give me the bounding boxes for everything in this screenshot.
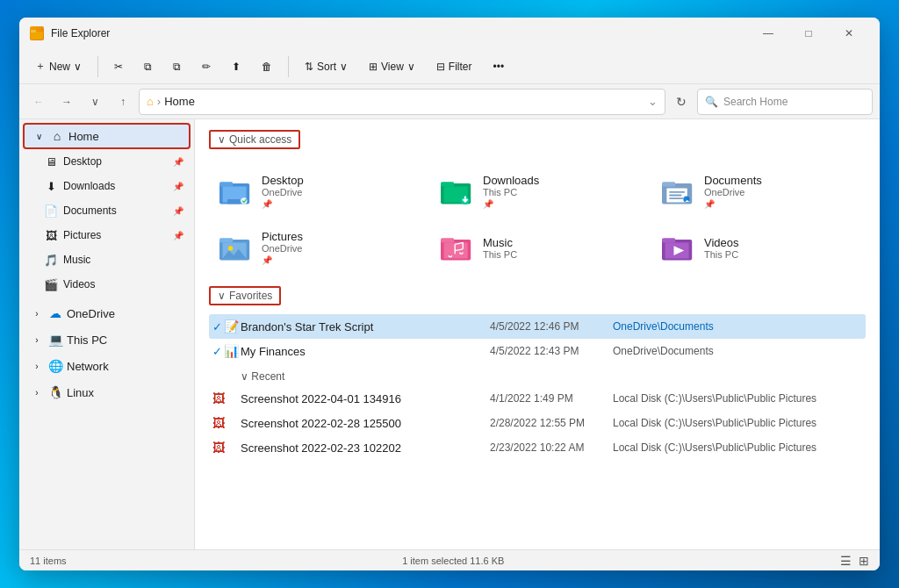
linux-icon: 🐧 bbox=[47, 385, 63, 399]
search-box[interactable]: 🔍 Search Home bbox=[697, 89, 873, 115]
cut-icon: ✂ bbox=[114, 61, 123, 73]
address-dropdown-icon: ⌄ bbox=[648, 95, 658, 108]
check-icon-1: ✓ bbox=[212, 320, 222, 333]
minimize-button[interactable]: — bbox=[748, 19, 788, 47]
qa-documents[interactable]: ☁ Documents OneDrive 📌 bbox=[651, 167, 866, 216]
rename-button[interactable]: ✏ bbox=[193, 53, 219, 81]
sidebar-item-videos[interactable]: 🎬 Videos bbox=[23, 272, 191, 297]
linux-chevron-icon: › bbox=[30, 388, 44, 398]
home-icon: ⌂ bbox=[49, 129, 65, 143]
recent-file-2[interactable]: 🖼 Screenshot 2022-02-28 125500 2/28/2022… bbox=[209, 411, 866, 435]
address-path[interactable]: ⌂ › Home ⌄ bbox=[139, 89, 665, 115]
recent-check-1: 🖼 bbox=[212, 391, 241, 405]
toolbar: ＋ New ∨ ✂ ⧉ ⧉ ✏ ⬆ 🗑 ⇅ Sort ∨ ⊞ bbox=[19, 49, 880, 84]
favorites-section: ∨ Favorites ✓ 📝 Brandon's Star Trek Scri… bbox=[209, 286, 866, 460]
up-button[interactable]: ↑ bbox=[111, 90, 135, 114]
view-button[interactable]: ⊞ View ∨ bbox=[360, 53, 424, 81]
share-button[interactable]: ⬆ bbox=[223, 53, 249, 81]
pin-icon: 📌 bbox=[173, 157, 183, 167]
documents-folder-icon: ☁ bbox=[658, 172, 697, 211]
delete-button[interactable]: 🗑 bbox=[253, 53, 281, 81]
pin-icon: 📌 bbox=[173, 231, 183, 240]
downloads-pin: 📌 bbox=[483, 199, 539, 209]
sidebar-item-desktop[interactable]: 🖥 Desktop 📌 bbox=[23, 149, 191, 174]
view-chevron-icon: ∨ bbox=[407, 61, 415, 73]
videos-folder-icon bbox=[658, 228, 697, 267]
screenshot-icon-1: 🖼 bbox=[212, 391, 225, 405]
sidebar-item-thispc[interactable]: › 💻 This PC bbox=[23, 326, 191, 353]
sidebar-home-label: Home bbox=[68, 130, 99, 143]
favorite-file-2[interactable]: ✓ 📊 My Finances 4/5/2022 12:43 PM OneDri… bbox=[209, 339, 866, 363]
sidebar-item-documents[interactable]: 📄 Documents 📌 bbox=[23, 198, 191, 223]
filter-button[interactable]: ⊟ Filter bbox=[428, 53, 481, 81]
home-path-icon: ⌂ bbox=[147, 95, 154, 108]
new-chevron-icon: ∨ bbox=[74, 61, 82, 73]
qa-music[interactable]: Music This PC bbox=[430, 223, 644, 272]
tiles-view-button[interactable]: ⊞ bbox=[859, 554, 869, 568]
sidebar-item-onedrive[interactable]: › ☁ OneDrive bbox=[23, 300, 191, 326]
favorites-header[interactable]: ∨ Favorites bbox=[209, 286, 281, 305]
desktop-pin: 📌 bbox=[262, 199, 304, 209]
paste-icon: ⧉ bbox=[173, 61, 181, 73]
more-button[interactable]: ••• bbox=[485, 53, 514, 81]
sidebar: ∨ ⌂ Home 🖥 Desktop 📌 ⬇ Downloads 📌 📄 Doc… bbox=[19, 119, 195, 549]
file-name-2: My Finances bbox=[241, 345, 490, 358]
share-icon: ⬆ bbox=[232, 61, 241, 73]
qa-desktop[interactable]: Desktop OneDrive 📌 bbox=[209, 167, 423, 216]
favorite-file-1[interactable]: ✓ 📝 Brandon's Star Trek Script 4/5/2022 … bbox=[209, 314, 866, 339]
music-name: Music bbox=[483, 236, 517, 249]
copy-button[interactable]: ⧉ bbox=[135, 53, 161, 81]
new-icon: ＋ bbox=[35, 59, 46, 74]
sidebar-item-network[interactable]: › 🌐 Network bbox=[23, 353, 191, 379]
paste-button[interactable]: ⧉ bbox=[164, 53, 190, 81]
recent-file-3[interactable]: 🖼 Screenshot 2022-02-23 102202 2/23/2022… bbox=[209, 435, 866, 460]
sort-button[interactable]: ⇅ Sort ∨ bbox=[296, 53, 356, 81]
svg-point-22 bbox=[228, 246, 233, 250]
sidebar-videos-label: Videos bbox=[63, 278, 95, 290]
sidebar-item-downloads[interactable]: ⬇ Downloads 📌 bbox=[23, 174, 191, 198]
qa-videos[interactable]: Videos This PC bbox=[651, 223, 866, 272]
pictures-icon: 🖼 bbox=[44, 229, 58, 242]
main-content: ∨ ⌂ Home 🖥 Desktop 📌 ⬇ Downloads 📌 📄 Doc… bbox=[19, 119, 880, 549]
maximize-button[interactable]: □ bbox=[788, 19, 829, 47]
new-button[interactable]: ＋ New ∨ bbox=[26, 53, 90, 81]
forward-button[interactable]: → bbox=[54, 90, 79, 114]
recent-name-2: Screenshot 2022-02-28 125500 bbox=[241, 417, 490, 430]
sidebar-desktop-label: Desktop bbox=[63, 155, 102, 168]
qa-downloads[interactable]: Downloads This PC 📌 bbox=[430, 167, 644, 216]
cut-button[interactable]: ✂ bbox=[105, 53, 132, 81]
excel-icon-2: 📊 bbox=[224, 344, 239, 358]
screenshot-icon-2: 🖼 bbox=[212, 416, 225, 430]
thispc-chevron-icon: › bbox=[30, 335, 44, 345]
file-explorer-window: File Explorer — □ ✕ ＋ New ∨ ✂ ⧉ ⧉ ✏ ⬆ bbox=[19, 18, 880, 570]
quick-access-header[interactable]: ∨ Quick access bbox=[209, 130, 300, 149]
content-area: ∨ Quick access bbox=[195, 119, 880, 549]
sidebar-item-linux[interactable]: › 🐧 Linux bbox=[23, 379, 191, 405]
recent-date-3: 2/23/2022 10:22 AM bbox=[490, 441, 613, 454]
app-icon bbox=[30, 26, 44, 40]
sidebar-item-pictures[interactable]: 🖼 Pictures 📌 bbox=[23, 223, 191, 247]
svg-rect-24 bbox=[441, 238, 454, 242]
details-view-button[interactable]: ☰ bbox=[840, 554, 852, 568]
status-items-count: 11 items bbox=[30, 556, 67, 566]
svg-rect-14 bbox=[669, 191, 685, 193]
refresh-button[interactable]: ↻ bbox=[669, 90, 694, 114]
sidebar-item-home[interactable]: ∨ ⌂ Home bbox=[23, 123, 191, 149]
favorites-chevron: ∨ bbox=[218, 290, 226, 302]
svg-rect-3 bbox=[219, 182, 233, 186]
path-separator: › bbox=[157, 95, 161, 108]
qa-pictures[interactable]: Pictures OneDrive 📌 bbox=[209, 223, 423, 272]
file-date-2: 4/5/2022 12:43 PM bbox=[490, 345, 613, 357]
recent-file-1[interactable]: 🖼 Screenshot 2022-04-01 134916 4/1/2022 … bbox=[209, 386, 866, 411]
recent-name-3: Screenshot 2022-02-23 102202 bbox=[241, 441, 490, 455]
check-icon-2: ✓ bbox=[212, 345, 222, 358]
file-loc-2: OneDrive\Documents bbox=[613, 345, 862, 357]
back-button[interactable]: ← bbox=[26, 90, 51, 114]
pictures-sub: OneDrive bbox=[262, 243, 303, 254]
svg-rect-8 bbox=[441, 182, 454, 186]
svg-rect-16 bbox=[669, 197, 683, 199]
recent-locations-button[interactable]: ∨ bbox=[83, 90, 107, 114]
sidebar-item-music[interactable]: 🎵 Music bbox=[23, 247, 191, 272]
pin-icon: 📌 bbox=[173, 182, 183, 191]
close-button[interactable]: ✕ bbox=[829, 19, 869, 47]
